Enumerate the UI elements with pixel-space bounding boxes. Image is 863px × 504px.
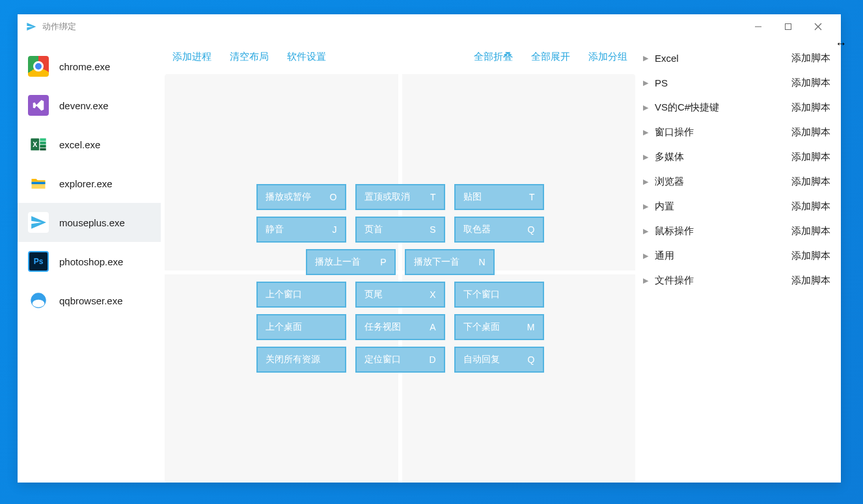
add-script-link[interactable]: 添加脚本	[791, 225, 830, 237]
group-row[interactable]: ▶浏览器添加脚本	[643, 169, 830, 194]
svg-rect-0	[755, 27, 761, 27]
action-tile[interactable]: 取色器Q	[454, 217, 544, 243]
toolbar: 添加进程 清空布局 软件设置 全部折叠 全部展开 添加分组	[165, 39, 635, 74]
excel-icon: X	[28, 134, 49, 155]
action-key: S	[430, 224, 435, 235]
expand-all-link[interactable]: 全部展开	[531, 51, 570, 63]
group-label: 窗口操作	[655, 126, 694, 139]
action-label: 页首	[364, 224, 383, 235]
group-label: 浏览器	[655, 176, 684, 188]
svg-text:X: X	[33, 140, 37, 148]
group-row[interactable]: ▶内置添加脚本	[643, 194, 830, 219]
expand-triangle-icon: ▶	[643, 178, 648, 186]
action-tile[interactable]: 页首S	[355, 217, 445, 243]
clear-layout-link[interactable]: 清空布局	[230, 51, 269, 63]
sidebar-item-label: explorer.exe	[59, 178, 113, 189]
action-label: 下个窗口	[463, 289, 500, 300]
close-button[interactable]	[803, 17, 833, 36]
collapse-all-link[interactable]: 全部折叠	[474, 51, 513, 63]
action-key: T	[430, 192, 436, 202]
add-group-link[interactable]: 添加分组	[588, 51, 627, 63]
action-tile[interactable]: 定位窗口D	[355, 347, 445, 373]
svg-point-11	[33, 300, 45, 308]
action-row: 上个桌面任务视图A下个桌面M	[256, 314, 544, 340]
action-label: 置顶或取消	[364, 191, 410, 203]
svg-rect-6	[40, 145, 46, 148]
mouseplus-icon	[28, 212, 49, 233]
app-window: 动作绑定 chrome.exe devenv.exe	[18, 14, 841, 483]
sidebar-item-excel[interactable]: X excel.exe	[18, 125, 161, 164]
action-tile[interactable]: 置顶或取消T	[355, 184, 445, 210]
window-body: chrome.exe devenv.exe X excel.exe explor…	[18, 39, 841, 483]
add-script-link[interactable]: 添加脚本	[791, 176, 830, 188]
action-label: 定位窗口	[364, 354, 401, 365]
software-settings-link[interactable]: 软件设置	[287, 51, 326, 63]
add-script-link[interactable]: 添加脚本	[791, 52, 830, 64]
action-row: 上个窗口页尾X下个窗口	[256, 282, 544, 308]
add-process-link[interactable]: 添加进程	[172, 51, 212, 63]
group-row[interactable]: ▶通用添加脚本	[643, 243, 830, 268]
svg-rect-9	[32, 182, 46, 185]
action-key: P	[380, 257, 386, 267]
sidebar-item-label: excel.exe	[59, 139, 100, 150]
sidebar-item-devenv[interactable]: devenv.exe	[18, 86, 161, 125]
sidebar-item-photoshop[interactable]: Ps photoshop.exe	[18, 242, 161, 281]
action-tile[interactable]: 贴图T	[454, 184, 544, 210]
gesture-canvas[interactable]: 播放或暂停O置顶或取消T贴图T静音J页首S取色器Q播放上一首P播放下一首N上个窗…	[165, 74, 635, 483]
group-row[interactable]: ▶Excel添加脚本	[643, 46, 830, 70]
main-area: 添加进程 清空布局 软件设置 全部折叠 全部展开 添加分组 播放或暂停O置顶或取…	[161, 39, 639, 483]
sidebar-item-label: mouseplus.exe	[59, 217, 125, 228]
action-tile[interactable]: 上个桌面	[256, 314, 346, 340]
group-row[interactable]: ▶窗口操作添加脚本	[643, 120, 830, 144]
action-label: 上个桌面	[266, 321, 302, 333]
action-key: Q	[528, 224, 535, 235]
action-tile[interactable]: 播放下一首N	[405, 249, 495, 275]
add-script-link[interactable]: 添加脚本	[791, 200, 830, 213]
group-label: 多媒体	[655, 151, 684, 163]
script-groups-panel: ▶Excel添加脚本▶PS添加脚本▶VS的C#快捷键添加脚本▶窗口操作添加脚本▶…	[639, 39, 841, 483]
group-row[interactable]: ▶文件操作添加脚本	[643, 268, 830, 293]
expand-triangle-icon: ▶	[643, 79, 648, 87]
action-tile[interactable]: 播放或暂停O	[256, 184, 346, 210]
sidebar-item-explorer[interactable]: explorer.exe	[18, 164, 161, 203]
group-label: VS的C#快捷键	[655, 101, 719, 114]
add-script-link[interactable]: 添加脚本	[791, 126, 830, 139]
sidebar-item-qqbrowser[interactable]: qqbrowser.exe	[18, 281, 161, 320]
group-row[interactable]: ▶鼠标操作添加脚本	[643, 219, 830, 243]
group-label: 文件操作	[655, 274, 694, 287]
action-tile[interactable]: 关闭所有资源	[256, 347, 346, 373]
window-controls	[743, 17, 833, 36]
add-script-link[interactable]: 添加脚本	[791, 250, 830, 262]
sidebar-item-label: devenv.exe	[59, 100, 109, 111]
group-row[interactable]: ▶PS添加脚本	[643, 70, 830, 95]
action-tile[interactable]: 静音J	[256, 217, 346, 243]
action-tile[interactable]: 下个桌面M	[454, 314, 544, 340]
add-script-link[interactable]: 添加脚本	[791, 101, 830, 114]
qqbrowser-icon	[28, 290, 49, 311]
action-tile[interactable]: 自动回复Q	[454, 347, 544, 373]
action-tile[interactable]: 任务视图A	[355, 314, 445, 340]
sidebar-item-mouseplus[interactable]: mouseplus.exe	[18, 203, 161, 242]
action-label: 取色器	[463, 224, 491, 235]
add-script-link[interactable]: 添加脚本	[791, 274, 830, 287]
add-script-link[interactable]: 添加脚本	[791, 77, 830, 89]
sidebar-item-label: photoshop.exe	[59, 256, 123, 267]
action-label: 任务视图	[364, 321, 401, 333]
action-tile[interactable]: 播放上一首P	[306, 249, 396, 275]
maximize-button[interactable]	[773, 17, 803, 36]
add-script-link[interactable]: 添加脚本	[791, 151, 830, 163]
group-row[interactable]: ▶VS的C#快捷键添加脚本	[643, 95, 830, 120]
action-label: 播放或暂停	[266, 191, 311, 203]
action-tile[interactable]: 下个窗口	[454, 282, 544, 308]
action-label: 静音	[266, 224, 284, 235]
sidebar-item-chrome[interactable]: chrome.exe	[18, 47, 161, 86]
titlebar: 动作绑定	[18, 14, 841, 39]
visualstudio-icon	[28, 95, 49, 116]
action-key: D	[429, 354, 435, 365]
action-tile[interactable]: 页尾X	[355, 282, 445, 308]
minimize-button[interactable]	[743, 17, 773, 36]
process-sidebar: chrome.exe devenv.exe X excel.exe explor…	[18, 39, 161, 483]
action-tile[interactable]: 上个窗口	[256, 282, 346, 308]
group-row[interactable]: ▶多媒体添加脚本	[643, 144, 830, 169]
action-key: X	[430, 289, 435, 300]
